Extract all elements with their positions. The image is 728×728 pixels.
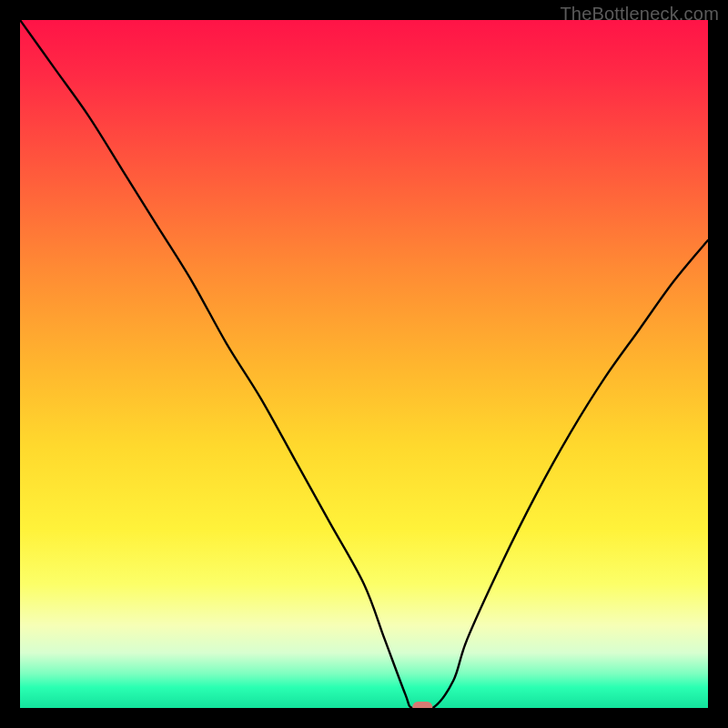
watermark-text: TheBottleneck.com [560, 4, 719, 25]
plot-area [20, 20, 708, 708]
optimum-marker [412, 702, 432, 708]
plot-svg [20, 20, 708, 708]
chart-frame: TheBottleneck.com [0, 0, 728, 728]
bottleneck-curve [20, 20, 708, 708]
